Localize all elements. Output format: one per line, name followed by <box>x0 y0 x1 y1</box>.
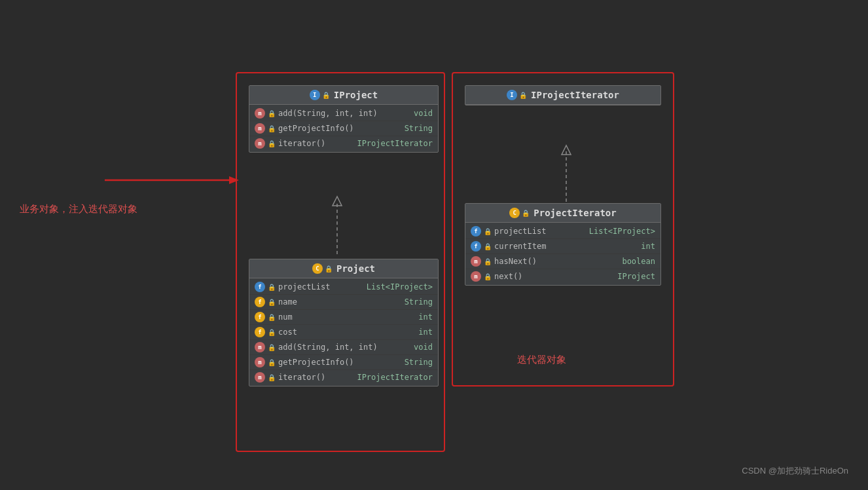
projectiterator-row-0: f 🔒 projectList List<IProject> <box>465 224 660 239</box>
project-row2-lock: 🔒 <box>268 314 276 321</box>
project-row6-badge: m <box>255 372 265 383</box>
project-row2-type: int <box>418 312 433 322</box>
project-box: C 🔒 Project f 🔒 projectList List<IProjec… <box>249 259 439 386</box>
project-row-0: f 🔒 projectList List<IProject> <box>249 280 438 295</box>
iprojectiterator-lock: 🔒 <box>519 92 527 99</box>
iproject-icons: I 🔒 <box>310 90 330 100</box>
red-arrow <box>98 170 242 190</box>
iproject-box: I 🔒 IProject m 🔒 add(String, int, int) v… <box>249 85 439 153</box>
iproject-row-3: m 🔒 iterator() IProjectIterator <box>249 136 438 151</box>
project-row2-name: num <box>278 312 416 322</box>
iproject-row3-name: iterator() <box>278 139 354 148</box>
project-row-1: f 🔒 name String <box>249 295 438 310</box>
business-label: 业务对象，注入迭代器对象 <box>20 203 137 216</box>
iprojectiterator-badge-i: I <box>507 90 517 100</box>
iproject-badge-i: I <box>310 90 320 100</box>
projectiterator-row2-lock: 🔒 <box>484 258 492 265</box>
project-row6-lock: 🔒 <box>268 374 276 381</box>
iproject-header: I 🔒 IProject <box>249 86 438 105</box>
iprojectiterator-box: I 🔒 IProjectIterator <box>465 85 661 105</box>
project-row-2: f 🔒 num int <box>249 310 438 325</box>
project-row-5: m 🔒 getProjectInfo() String <box>249 355 438 370</box>
iprojectiterator-icons: I 🔒 <box>507 90 527 100</box>
project-row6-type: IProjectIterator <box>357 373 433 382</box>
projectiterator-row0-badge: f <box>471 226 481 236</box>
project-row-6: m 🔒 iterator() IProjectIterator <box>249 370 438 385</box>
projectiterator-row1-lock: 🔒 <box>484 243 492 250</box>
project-row0-badge: f <box>255 282 265 292</box>
projectiterator-lock: 🔒 <box>522 210 530 217</box>
projectiterator-row0-name: projectList <box>494 227 587 236</box>
project-row4-type: void <box>414 343 433 352</box>
project-row1-name: name <box>278 297 402 307</box>
projectiterator-row2-name: hasNext() <box>494 257 619 266</box>
iproject-row1-type: void <box>414 109 433 118</box>
projectiterator-title: ProjectIterator <box>533 208 616 218</box>
iproject-row1-name: add(String, int, int) <box>278 109 411 118</box>
project-row-3: f 🔒 cost int <box>249 325 438 340</box>
project-row3-type: int <box>418 328 433 337</box>
project-row2-badge: f <box>255 312 265 322</box>
project-body: f 🔒 projectList List<IProject> f 🔒 name … <box>249 278 438 386</box>
project-badge-c: C <box>312 263 323 274</box>
iproject-row3-lock: 🔒 <box>268 140 276 147</box>
project-row5-badge: m <box>255 357 265 368</box>
projectiterator-row-2: m 🔒 hasNext() boolean <box>465 254 660 269</box>
projectiterator-body: f 🔒 projectList List<IProject> f 🔒 curre… <box>465 223 660 285</box>
projectiterator-row1-badge: f <box>471 241 481 252</box>
projectiterator-row3-badge: m <box>471 271 481 282</box>
iproject-row2-name: getProjectInfo() <box>278 124 402 133</box>
project-header: C 🔒 Project <box>249 259 438 278</box>
project-lock: 🔒 <box>325 265 333 273</box>
project-row3-name: cost <box>278 328 416 337</box>
project-row-4: m 🔒 add(String, int, int) void <box>249 340 438 355</box>
watermark: CSDN @加把劲骑士RideOn <box>742 465 848 477</box>
project-title: Project <box>336 263 375 274</box>
projectiterator-row3-name: next() <box>494 272 615 281</box>
iprojectiterator-header: I 🔒 IProjectIterator <box>465 86 660 105</box>
project-row3-lock: 🔒 <box>268 329 276 336</box>
projectiterator-badge-c: C <box>509 208 520 218</box>
iproject-row-1: m 🔒 add(String, int, int) void <box>249 106 438 121</box>
diagram-container: 业务对象，注入迭代器对象 迭代器对象 I 🔒 IProject m 🔒 add(… <box>0 0 868 490</box>
project-row0-lock: 🔒 <box>268 284 276 291</box>
project-row1-lock: 🔒 <box>268 299 276 306</box>
iproject-row3-badge: m <box>255 138 265 149</box>
project-row4-lock: 🔒 <box>268 344 276 351</box>
iproject-row3-type: IProjectIterator <box>357 139 433 148</box>
projectiterator-row3-type: IProject <box>617 272 655 281</box>
projectiterator-row-1: f 🔒 currentItem int <box>465 239 660 254</box>
iproject-title: IProject <box>334 90 378 100</box>
project-icons: C 🔒 <box>312 263 333 274</box>
iproject-lock: 🔒 <box>322 92 330 99</box>
project-row5-lock: 🔒 <box>268 359 276 366</box>
iproject-row-2: m 🔒 getProjectInfo() String <box>249 121 438 136</box>
projectiterator-row2-badge: m <box>471 256 481 267</box>
projectiterator-header: C 🔒 ProjectIterator <box>465 204 660 223</box>
projectiterator-row0-type: List<IProject> <box>589 227 655 236</box>
projectiterator-row2-type: boolean <box>622 257 655 266</box>
project-row0-name: projectList <box>278 282 364 292</box>
project-row0-type: List<IProject> <box>367 282 433 292</box>
project-row4-name: add(String, int, int) <box>278 343 411 352</box>
iproject-body: m 🔒 add(String, int, int) void m 🔒 getPr… <box>249 105 438 152</box>
projectiterator-row3-lock: 🔒 <box>484 273 492 280</box>
iproject-row1-lock: 🔒 <box>268 110 276 117</box>
project-row3-badge: f <box>255 327 265 337</box>
project-row6-name: iterator() <box>278 373 354 382</box>
project-row4-badge: m <box>255 342 265 352</box>
iprojectiterator-title: IProjectIterator <box>531 90 619 100</box>
projectiterator-row1-type: int <box>641 242 655 251</box>
project-row5-name: getProjectInfo() <box>278 358 402 367</box>
projectiterator-box: C 🔒 ProjectIterator f 🔒 projectList List… <box>465 203 661 286</box>
iproject-row2-badge: m <box>255 123 265 134</box>
projectiterator-row-3: m 🔒 next() IProject <box>465 269 660 284</box>
iproject-row2-type: String <box>405 124 433 133</box>
projectiterator-row1-name: currentItem <box>494 242 638 251</box>
project-row5-type: String <box>405 358 433 367</box>
iproject-row2-lock: 🔒 <box>268 125 276 132</box>
project-row1-type: String <box>405 297 433 307</box>
projectiterator-icons: C 🔒 <box>509 208 530 218</box>
project-row1-badge: f <box>255 297 265 307</box>
iproject-row1-badge: m <box>255 108 265 119</box>
